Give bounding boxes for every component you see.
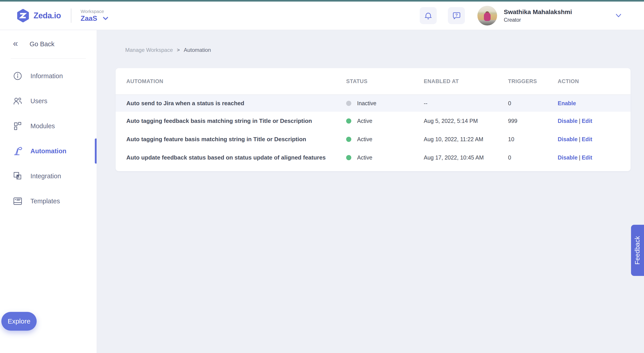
table-row[interactable]: Auto send to Jira when a status is reach… bbox=[116, 95, 630, 112]
zeda-logo-icon bbox=[16, 9, 30, 22]
automation-name: Auto send to Jira when a status is reach… bbox=[126, 100, 346, 107]
sidebar: « Go Back Information bbox=[0, 30, 97, 353]
status-cell: Active bbox=[346, 136, 424, 143]
status-dot-icon bbox=[346, 101, 351, 106]
disable-link[interactable]: Disable bbox=[558, 154, 578, 161]
sidebar-nav: Information Users bbox=[0, 63, 96, 214]
table-header-row: AUTOMATION STATUS ENABLED AT TRIGGERS AC… bbox=[116, 68, 630, 95]
status-text: Active bbox=[357, 154, 372, 161]
column-header-action: ACTION bbox=[558, 78, 630, 84]
column-header-enabled-at: ENABLED AT bbox=[424, 78, 508, 84]
integration-squares-icon bbox=[12, 171, 23, 181]
triggers-count: 10 bbox=[508, 136, 558, 143]
feedback-tab[interactable]: Feedback bbox=[631, 225, 644, 276]
info-circle-icon bbox=[12, 71, 23, 81]
notifications-button[interactable] bbox=[420, 7, 437, 24]
status-dot-icon bbox=[346, 118, 351, 124]
sidebar-item-integration[interactable]: Integration bbox=[0, 164, 96, 189]
breadcrumb-current: Automation bbox=[184, 47, 211, 53]
workspace-name: ZaaS bbox=[81, 14, 97, 22]
disable-link[interactable]: Disable bbox=[558, 118, 578, 124]
status-cell: Active bbox=[346, 118, 424, 124]
automation-name: Auto update feedback status based on sta… bbox=[126, 154, 346, 161]
svg-text:?: ? bbox=[455, 13, 458, 17]
user-info: Swathika Mahalakshmi Creator bbox=[504, 8, 572, 23]
automation-name: Auto tagging feature basis matching stri… bbox=[126, 136, 346, 143]
main-content: Manage Workspace > Automation AUTOMATION… bbox=[97, 30, 644, 353]
sidebar-item-label: Information bbox=[30, 72, 63, 80]
modules-grid-icon bbox=[12, 121, 23, 131]
app-root: Zeda.io Workspace ZaaS bbox=[0, 0, 644, 353]
status-dot-icon bbox=[346, 155, 351, 160]
status-text: Active bbox=[357, 118, 372, 124]
triggers-count: 999 bbox=[508, 118, 558, 124]
table-row[interactable]: Auto tagging feature basis matching stri… bbox=[116, 130, 630, 148]
edit-link[interactable]: Edit bbox=[582, 136, 592, 143]
help-bubble-icon: ? bbox=[451, 10, 462, 21]
user-menu-toggle[interactable] bbox=[614, 13, 622, 18]
sidebar-item-label: Automation bbox=[30, 147, 66, 155]
template-card-icon bbox=[12, 196, 23, 206]
chevron-down-icon bbox=[614, 13, 622, 18]
logo-wordmark: Zeda.io bbox=[34, 11, 61, 20]
bell-icon bbox=[423, 10, 433, 21]
browser-accent-strip bbox=[0, 0, 644, 1]
column-header-triggers: TRIGGERS bbox=[508, 78, 558, 84]
double-chevron-left-icon: « bbox=[13, 39, 18, 48]
logo[interactable]: Zeda.io bbox=[16, 9, 61, 22]
edit-link[interactable]: Edit bbox=[582, 118, 592, 124]
breadcrumb: Manage Workspace > Automation bbox=[125, 47, 211, 53]
robot-arm-icon bbox=[12, 146, 23, 156]
action-divider: | bbox=[579, 118, 580, 124]
go-back-button[interactable]: « Go Back bbox=[0, 30, 96, 48]
status-cell: Active bbox=[346, 154, 424, 161]
workspace-label: Workspace bbox=[81, 9, 109, 14]
sidebar-item-users[interactable]: Users bbox=[0, 88, 96, 113]
go-back-label: Go Back bbox=[30, 40, 54, 48]
app-header: Zeda.io Workspace ZaaS bbox=[0, 1, 644, 30]
status-text: Active bbox=[357, 136, 372, 143]
sidebar-item-label: Templates bbox=[30, 198, 60, 205]
enabled-at: Aug 5, 2022, 5:14 PM bbox=[424, 118, 508, 124]
users-icon bbox=[12, 96, 23, 106]
enable-link[interactable]: Enable bbox=[558, 100, 576, 107]
feedback-tab-label: Feedback bbox=[634, 236, 641, 265]
sidebar-item-modules[interactable]: Modules bbox=[0, 113, 96, 138]
automation-table-card: AUTOMATION STATUS ENABLED AT TRIGGERS AC… bbox=[116, 68, 630, 171]
enabled-at: Aug 17, 2022, 10:45 AM bbox=[424, 154, 508, 161]
enabled-at: Aug 10, 2022, 11:22 AM bbox=[424, 136, 508, 143]
action-cell: Disable | Edit bbox=[558, 118, 630, 124]
triggers-count: 0 bbox=[508, 100, 558, 107]
sidebar-item-templates[interactable]: Templates bbox=[0, 189, 96, 214]
column-header-status: STATUS bbox=[346, 78, 424, 84]
sidebar-item-label: Modules bbox=[30, 122, 55, 130]
breadcrumb-separator: > bbox=[177, 47, 180, 53]
user-name: Swathika Mahalakshmi bbox=[504, 8, 572, 16]
disable-link[interactable]: Disable bbox=[558, 136, 578, 143]
help-button[interactable]: ? bbox=[448, 7, 465, 24]
table-row[interactable]: Auto update feedback status based on sta… bbox=[116, 148, 630, 167]
workspace-switcher[interactable]: Workspace ZaaS bbox=[81, 9, 109, 22]
action-cell: Enable bbox=[558, 100, 630, 107]
action-cell: Disable | Edit bbox=[558, 136, 630, 143]
status-cell: Inactive bbox=[346, 100, 424, 107]
header-actions: ? Swathika Mahalakshmi Creator bbox=[420, 6, 622, 25]
action-divider: | bbox=[579, 136, 580, 143]
sidebar-divider bbox=[11, 58, 86, 58]
edit-link[interactable]: Edit bbox=[582, 154, 592, 161]
table-row[interactable]: Auto tagging feedback basis matching str… bbox=[116, 112, 630, 130]
header-divider bbox=[71, 8, 71, 23]
automation-name: Auto tagging feedback basis matching str… bbox=[126, 117, 346, 124]
user-avatar[interactable] bbox=[478, 6, 497, 25]
explore-button[interactable]: Explore bbox=[1, 312, 37, 331]
sidebar-item-label: Integration bbox=[30, 172, 61, 180]
status-dot-icon bbox=[346, 137, 351, 142]
chevron-down-icon bbox=[102, 16, 109, 21]
action-divider: | bbox=[579, 154, 580, 161]
sidebar-item-information[interactable]: Information bbox=[0, 63, 96, 88]
triggers-count: 0 bbox=[508, 154, 558, 161]
breadcrumb-parent[interactable]: Manage Workspace bbox=[125, 47, 173, 53]
sidebar-item-automation[interactable]: Automation bbox=[0, 138, 96, 164]
enabled-at: -- bbox=[424, 100, 508, 107]
column-header-automation: AUTOMATION bbox=[126, 78, 346, 84]
